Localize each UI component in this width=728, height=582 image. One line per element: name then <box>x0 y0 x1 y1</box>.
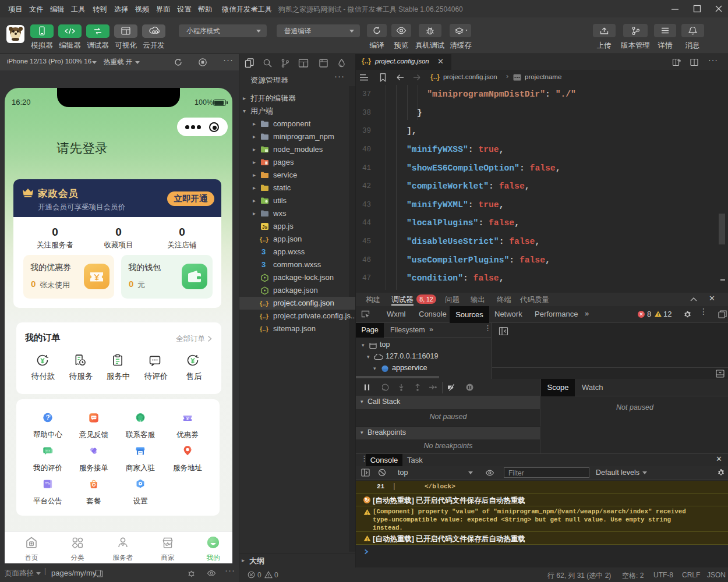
svg-text:!: ! <box>366 537 368 542</box>
svg-text:!: ! <box>366 511 369 516</box>
svg-text:Js: Js <box>262 224 268 230</box>
svg-text:!: ! <box>658 312 659 317</box>
